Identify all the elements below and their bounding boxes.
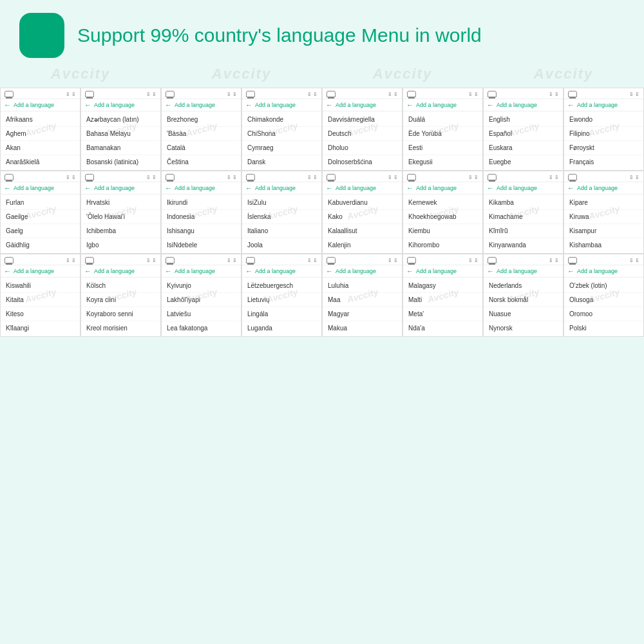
list-item[interactable]: Kimachame xyxy=(484,210,563,224)
list-item[interactable]: IsiNdebele xyxy=(162,238,241,252)
add-language-bar[interactable]: ←Add a language xyxy=(564,265,643,278)
list-item[interactable]: Igbo xyxy=(81,238,160,252)
list-item[interactable]: Luganda xyxy=(242,321,321,335)
list-item[interactable]: Bahasa Melayu xyxy=(81,127,160,141)
list-item[interactable]: Kyivunjo xyxy=(162,279,241,293)
list-item[interactable]: Duálá xyxy=(403,113,482,127)
list-item[interactable]: Ède Yorùbá xyxy=(403,127,482,141)
list-item[interactable]: Kitaita xyxy=(1,293,80,307)
list-item[interactable]: English xyxy=(484,113,563,127)
list-item[interactable]: Kisampur xyxy=(564,224,643,238)
list-item[interactable]: Kabuverdianu xyxy=(323,196,402,210)
list-item[interactable]: Malagasy xyxy=(403,279,482,293)
add-language-label[interactable]: Add a language xyxy=(577,185,618,191)
add-language-bar[interactable]: ←Add a language xyxy=(1,265,80,278)
list-item[interactable]: Kikamba xyxy=(484,196,563,210)
list-item[interactable]: Kreol morisien xyxy=(81,321,160,335)
list-item[interactable]: 'Ōlelo Hawai'i xyxy=(81,210,160,224)
add-language-label[interactable]: Add a language xyxy=(175,268,215,274)
list-item[interactable]: ChiShona xyxy=(242,127,321,141)
add-language-label[interactable]: Add a language xyxy=(14,185,54,191)
add-language-label[interactable]: Add a language xyxy=(94,185,135,191)
list-item[interactable]: Akan xyxy=(1,141,80,155)
list-item[interactable]: Kiembu xyxy=(403,224,482,238)
list-item[interactable]: Gaelg xyxy=(1,224,80,238)
list-item[interactable]: Bosanski (latinica) xyxy=(81,155,160,169)
add-language-label[interactable]: Add a language xyxy=(14,102,54,108)
add-language-bar[interactable]: ←Add a language xyxy=(162,182,241,194)
list-item[interactable]: Nda'a xyxy=(403,321,482,335)
list-item[interactable]: Furlan xyxy=(1,196,80,210)
list-item[interactable]: Euegbe xyxy=(484,155,563,169)
list-item[interactable]: Davvisámegiella xyxy=(323,113,402,127)
add-language-bar[interactable]: ←Add a language xyxy=(1,99,80,111)
list-item[interactable]: Kĩmĩrũ xyxy=(484,224,563,238)
add-language-label[interactable]: Add a language xyxy=(416,102,457,108)
list-item[interactable]: Chimakonde xyxy=(242,113,321,127)
add-language-label[interactable]: Add a language xyxy=(255,102,296,108)
add-language-label[interactable]: Add a language xyxy=(416,185,457,191)
add-language-label[interactable]: Add a language xyxy=(336,102,376,108)
list-item[interactable]: Bamanakan xyxy=(81,141,160,155)
list-item[interactable]: Makua xyxy=(323,321,402,335)
add-language-label[interactable]: Add a language xyxy=(497,268,537,274)
list-item[interactable]: Norsk bokmål xyxy=(484,293,563,307)
add-language-bar[interactable]: ←Add a language xyxy=(242,99,321,111)
add-language-label[interactable]: Add a language xyxy=(336,185,376,191)
list-item[interactable]: Gàidhlig xyxy=(1,238,80,252)
list-item[interactable]: Brezhoneg xyxy=(162,113,241,127)
add-language-bar[interactable]: ←Add a language xyxy=(323,182,402,194)
list-item[interactable]: Ewondo xyxy=(564,113,643,127)
add-language-bar[interactable]: ←Add a language xyxy=(484,99,563,111)
list-item[interactable]: Ekegusii xyxy=(403,155,482,169)
list-item[interactable]: Anarâškielâ xyxy=(1,155,80,169)
list-item[interactable]: Malti xyxy=(403,293,482,307)
add-language-bar[interactable]: ←Add a language xyxy=(81,99,160,111)
list-item[interactable]: Aghem xyxy=(1,127,80,141)
list-item[interactable]: Kako xyxy=(323,210,402,224)
list-item[interactable]: Kĩlaangi xyxy=(1,321,80,335)
list-item[interactable]: Íslenska xyxy=(242,210,321,224)
list-item[interactable]: O'zbek (lotin) xyxy=(564,279,643,293)
list-item[interactable]: Dholuo xyxy=(323,141,402,155)
add-language-bar[interactable]: ←Add a language xyxy=(403,182,482,194)
add-language-label[interactable]: Add a language xyxy=(94,268,135,274)
list-item[interactable]: Nederlands xyxy=(484,279,563,293)
list-item[interactable]: Ichibemba xyxy=(81,224,160,238)
add-language-label[interactable]: Add a language xyxy=(14,268,54,274)
list-item[interactable]: Eesti xyxy=(403,141,482,155)
list-item[interactable]: Français xyxy=(564,155,643,169)
list-item[interactable]: Nuasue xyxy=(484,307,563,321)
list-item[interactable]: Meta' xyxy=(403,307,482,321)
add-language-label[interactable]: Add a language xyxy=(336,268,376,274)
list-item[interactable]: Lingála xyxy=(242,307,321,321)
add-language-bar[interactable]: ←Add a language xyxy=(162,265,241,278)
list-item[interactable]: 'Bàsàa xyxy=(162,127,241,141)
list-item[interactable]: Kiswahili xyxy=(1,279,80,293)
list-item[interactable]: Afrikaans xyxy=(1,113,80,127)
list-item[interactable]: Kölsch xyxy=(81,279,160,293)
add-language-label[interactable]: Add a language xyxy=(255,268,296,274)
list-item[interactable]: Italiano xyxy=(242,224,321,238)
list-item[interactable]: Maa xyxy=(323,293,402,307)
add-language-bar[interactable]: ←Add a language xyxy=(242,265,321,278)
add-language-bar[interactable]: ←Add a language xyxy=(484,265,563,278)
list-item[interactable]: Català xyxy=(162,141,241,155)
list-item[interactable]: Gaeilge xyxy=(1,210,80,224)
list-item[interactable]: Kalenjin xyxy=(323,238,402,252)
list-item[interactable]: Kihorombo xyxy=(403,238,482,252)
list-item[interactable]: IsiZulu xyxy=(242,196,321,210)
list-item[interactable]: Lietuvių xyxy=(242,293,321,307)
add-language-label[interactable]: Add a language xyxy=(577,268,618,274)
list-item[interactable]: Olusoga xyxy=(564,293,643,307)
add-language-label[interactable]: Add a language xyxy=(175,185,215,191)
list-item[interactable]: Magyar xyxy=(323,307,402,321)
list-item[interactable]: Lakhôl'iyapi xyxy=(162,293,241,307)
list-item[interactable]: Euskara xyxy=(484,141,563,155)
list-item[interactable]: Azərbaycan (latın) xyxy=(81,113,160,127)
add-language-bar[interactable]: ←Add a language xyxy=(403,265,482,278)
list-item[interactable]: Deutsch xyxy=(323,127,402,141)
list-item[interactable]: Kiruwa xyxy=(564,210,643,224)
list-item[interactable]: Khoekhoegowab xyxy=(403,210,482,224)
add-language-label[interactable]: Add a language xyxy=(577,102,618,108)
